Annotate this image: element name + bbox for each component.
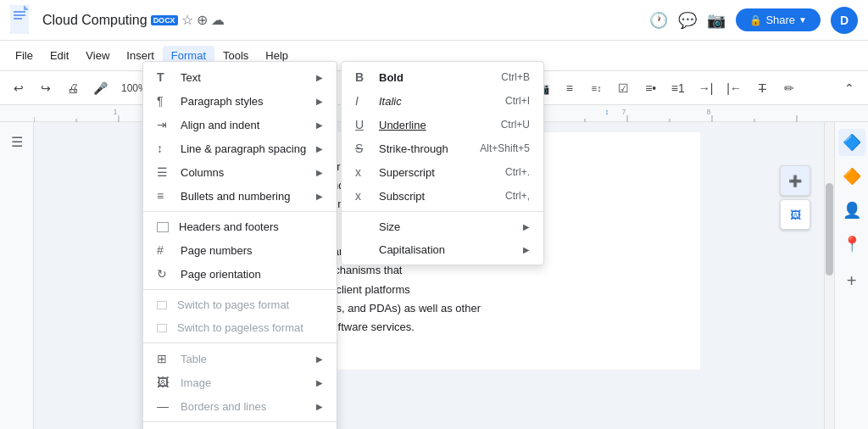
- camera-icon[interactable]: 📷: [707, 11, 726, 30]
- indent-btn[interactable]: →|: [693, 76, 719, 100]
- format-paragraph-item[interactable]: ¶ Paragraph styles ▶: [143, 89, 337, 113]
- menu-edit[interactable]: Edit: [42, 46, 77, 65]
- linespacing-btn[interactable]: ≡↕: [585, 76, 609, 100]
- history-icon[interactable]: 🕐: [649, 11, 668, 30]
- strike-shortcut: Alt+Shift+5: [480, 142, 530, 154]
- top-bar: Cloud Computing DOCX ☆ ⊕ ☁ 🕐 💬 📷 🔒 Share…: [0, 0, 868, 41]
- format-image-label: Image: [181, 376, 316, 389]
- format-align-item[interactable]: ⇥ Align and indent ▶: [143, 113, 337, 136]
- panel-icon-4[interactable]: 📍: [838, 231, 865, 258]
- format-bullets-label: Bullets and numbering: [181, 190, 316, 203]
- format-orientation-item[interactable]: ↻ Page orientation: [143, 262, 337, 286]
- format-pagenumbers-label: Page numbers: [181, 244, 323, 257]
- add-icon[interactable]: +: [847, 271, 857, 291]
- format-pageless-item: Switch to pageless format: [143, 316, 337, 339]
- doc-title-area: Cloud Computing DOCX ☆ ⊕ ☁: [42, 12, 225, 28]
- format-columns-item[interactable]: ☰ Columns ▶: [143, 160, 337, 184]
- format-pagenumbers-item[interactable]: # Page numbers: [143, 238, 337, 262]
- format-headers-label: Headers and footers: [179, 220, 323, 233]
- paragraph-arrow-icon: ▶: [316, 97, 323, 106]
- star-icon[interactable]: ☆: [181, 12, 193, 28]
- panel-icon-1[interactable]: 🔷: [838, 129, 865, 156]
- borders-icon: —: [157, 399, 174, 413]
- spell-btn[interactable]: 🎤: [88, 76, 113, 100]
- cloud-icon[interactable]: ☁: [211, 12, 225, 28]
- text-format-icon: T: [157, 70, 174, 84]
- text-underline-item[interactable]: U Underline Ctrl+U: [342, 113, 543, 136]
- lock-icon: 🔒: [749, 14, 762, 26]
- super-shortcut: Ctrl+.: [505, 166, 530, 178]
- format-align-label: Align and indent: [181, 119, 316, 131]
- format-paragraph-label: Paragraph styles: [181, 95, 316, 108]
- menu-file[interactable]: File: [7, 46, 42, 65]
- pages-icon: [157, 301, 167, 309]
- spacing-arrow-icon: ▶: [316, 144, 323, 153]
- format-menu-dropdown: T Text ▶ ¶ Paragraph styles ▶ ⇥ Align an…: [142, 61, 337, 429]
- underline-text-icon: U: [355, 118, 372, 131]
- hamburger-icon[interactable]: ☰: [6, 129, 28, 155]
- columns-arrow-icon: ▶: [316, 168, 323, 177]
- image-arrow-icon: ▶: [316, 378, 323, 387]
- format-text-item[interactable]: T Text ▶: [143, 65, 337, 89]
- svg-text:8: 8: [706, 108, 710, 116]
- panel-icon-2[interactable]: 🔶: [838, 163, 865, 190]
- pen-btn[interactable]: ✏: [777, 76, 801, 100]
- headers-icon: [157, 222, 169, 232]
- float-btn-1[interactable]: ➕: [780, 165, 810, 196]
- text-strike-label: Strike-through: [379, 142, 466, 155]
- outdent-btn[interactable]: |←: [721, 76, 747, 100]
- table-icon: ⊞: [157, 352, 174, 365]
- clear-btn[interactable]: T̶: [750, 76, 774, 100]
- print-btn[interactable]: 🖨: [61, 76, 85, 100]
- format-table-item: ⊞ Table ▶: [143, 347, 337, 370]
- float-btn-2[interactable]: 🖼: [780, 199, 810, 230]
- share-arrow: ▼: [798, 15, 807, 25]
- text-arrow-icon: ▶: [316, 73, 323, 82]
- format-spacing-item[interactable]: ↕ Line & paragraph spacing ▶: [143, 136, 337, 160]
- list-btn[interactable]: ≡•: [639, 76, 663, 100]
- chevron-up-icon[interactable]: ⌃: [837, 76, 861, 100]
- format-bullets-item[interactable]: ≡ Bullets and numbering ▶: [143, 184, 337, 208]
- text-size-label: Size: [379, 220, 523, 233]
- text-bold-item[interactable]: B Bold Ctrl+B: [342, 65, 543, 89]
- text-underline-label: Underline: [379, 119, 487, 131]
- text-super-item[interactable]: x Superscript Ctrl+.: [342, 160, 543, 184]
- underline-shortcut: Ctrl+U: [501, 119, 530, 131]
- sub-text-icon: x: [355, 189, 372, 203]
- format-headers-item[interactable]: Headers and footers: [143, 215, 337, 238]
- redo-btn[interactable]: ↪: [34, 76, 58, 100]
- table-arrow-icon: ▶: [316, 354, 323, 364]
- text-caps-item[interactable]: Capitalisation ▶: [342, 238, 543, 261]
- scrollbar[interactable]: [824, 122, 834, 429]
- svg-text:↕: ↕: [605, 108, 609, 116]
- format-menu-panel: T Text ▶ ¶ Paragraph styles ▶ ⇥ Align an…: [142, 61, 337, 429]
- menu-view[interactable]: View: [77, 46, 118, 65]
- align-btn[interactable]: ≡: [558, 76, 581, 100]
- avatar[interactable]: D: [831, 7, 858, 34]
- format-orientation-label: Page orientation: [181, 268, 323, 281]
- size-arrow-icon: ▶: [523, 222, 530, 231]
- italic-text-icon: I: [355, 94, 372, 108]
- checklist-btn[interactable]: ☑: [612, 76, 636, 100]
- text-italic-item[interactable]: I Italic Ctrl+I: [342, 89, 543, 113]
- panel-icon-3[interactable]: 👤: [838, 197, 865, 224]
- strike-text-icon: S: [355, 142, 372, 155]
- bookmark-icon[interactable]: ⊕: [197, 12, 208, 28]
- floating-buttons: ➕ 🖼: [780, 165, 810, 230]
- align-icon: ⇥: [157, 118, 174, 131]
- chat-icon[interactable]: 💬: [678, 11, 697, 30]
- format-clear-item[interactable]: ✕ Clear formatting Ctrl+\: [143, 426, 337, 429]
- bold-shortcut: Ctrl+B: [501, 71, 530, 83]
- pagenumbers-icon: #: [157, 243, 174, 257]
- share-label: Share: [765, 14, 795, 26]
- numbered-btn[interactable]: ≡1: [666, 76, 690, 100]
- text-sub-item[interactable]: x Subscript Ctrl+,: [342, 184, 543, 208]
- undo-btn[interactable]: ↩: [7, 76, 31, 100]
- text-strike-item[interactable]: S Strike-through Alt+Shift+5: [342, 136, 543, 160]
- bullets-arrow-icon: ▶: [316, 192, 323, 201]
- share-button[interactable]: 🔒 Share ▼: [736, 8, 821, 31]
- text-size-item[interactable]: Size ▶: [342, 215, 543, 238]
- doc-badge: DOCX: [151, 15, 178, 25]
- left-sidebar: ☰: [0, 122, 34, 429]
- spacing-icon: ↕: [157, 142, 174, 155]
